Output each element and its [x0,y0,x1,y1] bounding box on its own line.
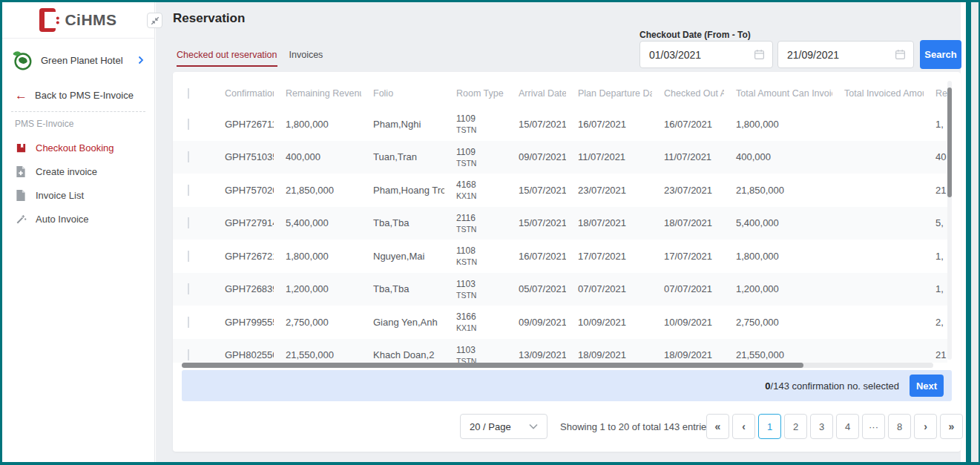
col-folio: Folio [361,88,444,99]
row-checkbox[interactable] [188,317,189,328]
row-checkbox[interactable] [188,151,189,162]
main-area: Reservation Checkout Date (From - To) 01… [156,2,961,462]
wand-icon [15,213,27,225]
cell-folio: Tba,Tba [361,217,444,228]
pagination-next-button[interactable]: › [914,414,937,439]
table-row: GPH726711 1,800,000 Pham,Nghi 1109 TSTN … [173,108,947,141]
horizontal-scrollbar-thumb[interactable] [182,363,803,368]
cell-arrival-date: 16/07/2021 [507,251,566,262]
sidebar-item-label: Create invoice [36,166,97,177]
col-confirmation: Confirmation [213,88,274,99]
cell-total-amount-can-invoice: 400,000 [724,151,832,162]
brand-logo: CiHMS [2,2,154,39]
table-row: GPH802550 21,550,000 Khach Doan,2 1103 T… [173,339,947,363]
window-border-left [0,0,2,465]
collapse-arrows-icon [151,16,160,25]
sidebar-item-checkout-booking[interactable]: Checkout Booking [2,136,154,159]
cell-overflow: 1, [924,119,947,130]
outer-right-gutter [966,2,979,462]
sidebar-collapse-button[interactable] [147,13,162,28]
sidebar-item-invoice-list[interactable]: Invoice List [2,183,154,207]
checkout-date-label: Checkout Date (From - To) [639,30,751,40]
cell-room-type: 1103 TSTN [444,344,507,363]
calendar-icon[interactable] [895,49,906,60]
pagination-page-button[interactable]: 8 [888,414,911,439]
col-room-type: Room Type [444,88,507,99]
next-button[interactable]: Next [910,375,944,397]
sidebar: CiHMS Green Planet Hotel ← Back to PMS E… [2,2,155,462]
cell-folio: Tuan,Tran [361,151,444,162]
cell-folio: Pham,Hoang Trong [361,185,444,196]
sidebar-divider [11,111,145,112]
cell-confirmation: GPH727914 [213,217,274,228]
pagination-prev-button[interactable]: ‹ [732,414,755,439]
app-window: CiHMS Green Planet Hotel ← Back to PMS E… [0,0,980,465]
globe-leaf-icon [11,49,33,71]
pagination-page-button[interactable]: 3 [810,414,833,439]
cell-room-type: 2116 TSTN [444,212,507,234]
cell-room-type: 4168 KX1N [444,179,507,201]
col-total-invoiced-amount: Total Invoiced Amount [832,88,924,99]
page-title: Reservation [173,11,245,26]
pagination-last-button[interactable]: » [940,414,963,439]
cell-folio: Tba,Tba [361,283,444,294]
chevron-right-icon [138,56,144,65]
row-checkbox[interactable] [188,251,189,262]
tab-checked-out-reservation[interactable]: Checked out reservation [177,50,277,67]
sidebar-item-auto-invoice[interactable]: Auto Invoice [2,207,154,231]
col-remaining-revenue: Remaining Revenue [274,88,361,99]
selection-bar: 0/143 confirmation no. selected Next [182,370,952,401]
table-viewport: Confirmation Remaining Revenue Folio Roo… [173,72,947,363]
cell-arrival-date: 15/07/2021 [507,119,566,130]
cell-checked-out-at: 16/07/2021 [652,119,724,130]
cell-confirmation: GPH802550 [213,349,274,360]
sidebar-item-create-invoice[interactable]: Create invoice [2,159,154,183]
cell-total-amount-can-invoice: 1,200,000 [724,283,832,294]
cell-remaining-revenue: 400,000 [274,151,361,162]
table-row: GPH799555 2,750,000 Giang Yen,Anh 3166 K… [173,306,947,339]
pagination-page-button[interactable]: 1 [758,414,781,439]
cell-room-type: 1103 TSTN [444,278,507,300]
date-from-value: 01/03/2021 [649,49,754,61]
tab-invoices[interactable]: Invoices [289,50,323,67]
date-to-input[interactable]: 21/09/2021 [777,41,914,68]
arrow-left-icon: ← [15,89,27,102]
reservation-card: Confirmation Remaining Revenue Folio Roo… [173,72,961,452]
pagination-page-button[interactable]: 4 [836,414,859,439]
row-checkbox[interactable] [188,217,189,228]
cell-total-amount-can-invoice: 1,800,000 [724,119,832,130]
selection-count-text: 0/143 confirmation no. selected [765,380,899,392]
row-checkbox[interactable] [188,119,189,130]
pagination-page-button[interactable]: 2 [784,414,807,439]
cell-checked-out-at: 10/09/2021 [652,317,724,328]
row-checkbox[interactable] [188,283,189,294]
cell-overflow: 40 [924,151,947,162]
vertical-scrollbar [947,81,952,360]
table-body: GPH726711 1,800,000 Pham,Nghi 1109 TSTN … [173,108,947,363]
window-border-bottom [0,462,980,465]
hotel-selector[interactable]: Green Planet Hotel [2,44,154,76]
book-icon [15,142,27,154]
cell-arrival-date: 09/09/2021 [507,317,566,328]
cell-plan-departure-date: 11/07/2021 [566,151,652,162]
cell-checked-out-at: 11/07/2021 [652,151,724,162]
search-button[interactable]: Search [920,40,961,69]
selected-count: 0 [765,380,770,392]
calendar-icon[interactable] [754,49,765,60]
select-all-checkbox[interactable] [188,88,189,99]
cell-confirmation: GPH799555 [213,317,274,328]
back-to-pms-link[interactable]: ← Back to PMS E-Invoice [2,85,154,105]
cell-overflow: 2, [924,317,947,328]
date-from-input[interactable]: 01/03/2021 [639,41,773,68]
cell-overflow: 1, [924,283,947,294]
page-size-select[interactable]: 20 / Page [460,414,547,439]
cell-plan-departure-date: 18/07/2021 [566,217,652,228]
cell-overflow: 1, [924,251,947,262]
row-checkbox[interactable] [188,185,189,196]
file-plus-icon [15,165,27,177]
vertical-scrollbar-thumb[interactable] [947,88,952,197]
col-total-amount-can-invoice: Total Amount Can Invoice [724,88,832,99]
row-checkbox[interactable] [188,349,189,360]
pagination-first-button[interactable]: « [706,414,729,439]
cell-confirmation: GPH726711 [213,119,274,130]
